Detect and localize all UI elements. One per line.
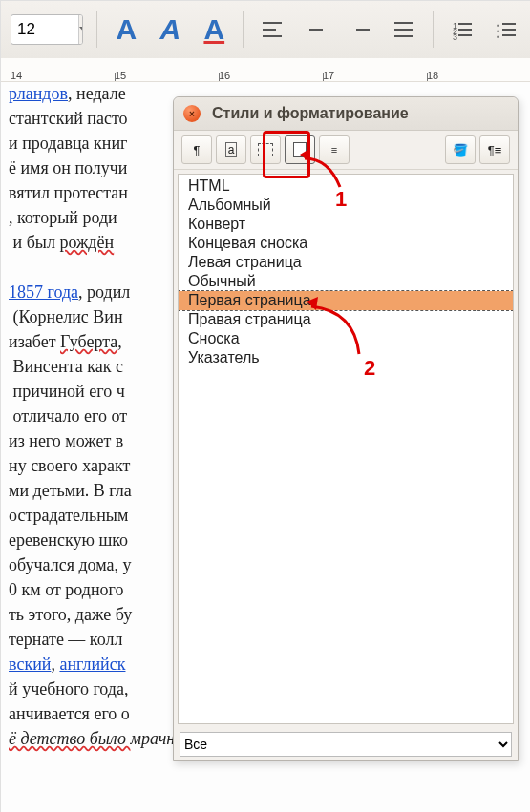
align-left-icon	[263, 22, 282, 37]
ruler-mark: 17	[323, 70, 427, 81]
horizontal-ruler: 14 15 16 17 18	[1, 58, 530, 82]
page-icon	[293, 142, 307, 157]
page-styles-button[interactable]	[285, 135, 315, 164]
style-item[interactable]: Первая страница	[179, 291, 513, 310]
style-item[interactable]: Концевая сноска	[179, 234, 513, 253]
style-filter-select[interactable]: Все	[180, 732, 512, 757]
style-category-row: ¶ a ≡ 🪣 ¶≡	[174, 131, 518, 170]
hyperlink[interactable]: английск	[59, 655, 125, 674]
bulleted-list-icon: • • •	[497, 21, 516, 38]
align-justify-icon	[394, 22, 413, 37]
ruler-mark: 15	[115, 70, 219, 81]
hyperlink[interactable]: вский	[9, 655, 51, 674]
style-item[interactable]: Правая страница	[179, 310, 513, 329]
underline-button[interactable]: A	[199, 11, 229, 48]
style-item[interactable]: Левая страница	[179, 253, 513, 272]
separator	[96, 11, 97, 48]
numbered-list-button[interactable]: 1 2 3	[447, 11, 477, 48]
pilcrow-icon: ¶	[194, 143, 201, 157]
formatting-toolbar: A A A 1 2 3 • • •	[1, 1, 530, 59]
bold-button[interactable]: A	[111, 11, 141, 48]
style-list[interactable]: HTMLАльбомныйКонвертКонцевая сноскаЛевая…	[178, 174, 514, 724]
style-item[interactable]: Обычный	[179, 272, 513, 291]
list-icon: ≡	[331, 145, 337, 155]
numbered-list-icon: 1 2 3	[453, 21, 472, 38]
chevron-down-icon	[79, 25, 83, 34]
filter-row: Все	[174, 728, 518, 760]
close-button[interactable]: ×	[183, 105, 201, 122]
align-center-icon	[307, 22, 326, 37]
frame-styles-button[interactable]	[250, 135, 281, 164]
ruler-mark: 16	[219, 70, 323, 81]
italic-button[interactable]: A	[155, 11, 185, 48]
char-icon: a	[225, 142, 238, 157]
spellcheck-word: рождён	[59, 233, 114, 252]
align-left-button[interactable]	[257, 11, 287, 48]
font-size-dropdown[interactable]	[78, 15, 83, 44]
close-icon: ×	[189, 109, 195, 119]
paint-bucket-icon: 🪣	[453, 143, 468, 157]
new-style-button[interactable]: ¶≡	[479, 135, 510, 164]
paragraph-menu-icon: ¶≡	[488, 143, 502, 157]
dialog-titlebar[interactable]: × Стили и форматирование	[174, 97, 518, 131]
style-item[interactable]: HTML	[179, 177, 513, 196]
ruler-mark: 18	[427, 70, 530, 81]
font-size-input[interactable]	[11, 16, 78, 43]
style-item[interactable]: Альбомный	[179, 196, 513, 215]
paragraph-styles-button[interactable]: ¶	[181, 135, 212, 164]
align-right-button[interactable]	[345, 11, 375, 48]
style-item[interactable]: Указатель	[179, 348, 513, 367]
font-size-combo[interactable]	[11, 14, 83, 45]
list-styles-button[interactable]: ≡	[319, 135, 350, 164]
dialog-title: Стили и форматирование	[212, 105, 409, 122]
hyperlink[interactable]: 1857 года	[9, 282, 78, 302]
italic-icon: A	[159, 13, 180, 46]
bold-icon: A	[116, 13, 137, 46]
underline-icon: A	[203, 13, 224, 46]
bulleted-list-button[interactable]: • • •	[491, 11, 521, 48]
separator	[433, 11, 434, 48]
character-styles-button[interactable]: a	[216, 135, 246, 164]
style-item[interactable]: Сноска	[179, 329, 513, 348]
style-item[interactable]: Конверт	[179, 215, 513, 234]
align-center-button[interactable]	[301, 11, 331, 48]
frame-icon	[258, 143, 273, 156]
fill-format-button[interactable]: 🪣	[445, 135, 476, 164]
styles-formatting-dialog: × Стили и форматирование ¶ a ≡ 🪣 ¶≡ HTML…	[173, 96, 519, 761]
hyperlink[interactable]: рландов	[9, 84, 68, 103]
separator	[243, 11, 244, 48]
align-right-icon	[350, 22, 370, 37]
align-justify-button[interactable]	[389, 11, 419, 48]
ruler-mark: 14	[11, 70, 115, 81]
spellcheck-word: Губерта	[60, 332, 117, 351]
